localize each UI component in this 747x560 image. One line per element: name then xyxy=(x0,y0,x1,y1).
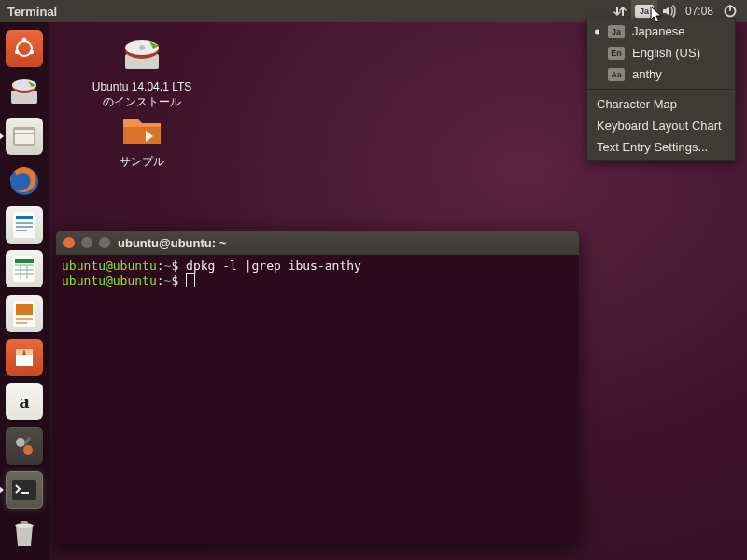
input-method-menu: Ja Japanese En English (US) Aa anthy Cha… xyxy=(586,19,736,161)
launcher-writer[interactable] xyxy=(4,204,45,245)
launcher: a xyxy=(0,22,49,560)
folder-icon xyxy=(120,106,164,151)
launcher-terminal[interactable] xyxy=(4,469,45,510)
svg-point-35 xyxy=(139,45,145,50)
im-extra-label: Character Map xyxy=(597,97,677,111)
terminal-cursor xyxy=(187,274,194,287)
svg-rect-20 xyxy=(16,304,33,315)
prompt-sep: : xyxy=(157,273,164,287)
cd-installer-icon xyxy=(120,32,164,77)
prompt-sign: $ xyxy=(171,259,178,273)
svg-point-26 xyxy=(23,445,33,455)
svg-rect-15 xyxy=(16,226,33,228)
im-badge-icon: Aa xyxy=(608,68,625,81)
clock[interactable]: 07:08 xyxy=(680,5,719,18)
svg-rect-23 xyxy=(16,355,33,366)
window-maximize-button[interactable] xyxy=(99,237,110,248)
im-option-anthy[interactable]: Aa anthy xyxy=(587,63,735,85)
svg-rect-28 xyxy=(12,480,36,500)
window-title: ubuntu@ubuntu: ~ xyxy=(118,236,226,250)
launcher-trash[interactable] xyxy=(4,514,45,554)
window-close-button[interactable] xyxy=(63,237,75,248)
svg-rect-18 xyxy=(15,259,34,263)
prompt-user: ubuntu@ubuntu xyxy=(62,273,157,287)
menu-divider xyxy=(587,89,735,90)
launcher-amazon[interactable]: a xyxy=(4,382,45,422)
svg-rect-22 xyxy=(16,322,27,324)
launcher-firefox[interactable] xyxy=(4,161,45,201)
launcher-calc[interactable] xyxy=(4,249,45,289)
terminal-body[interactable]: ubuntu@ubuntu:~$ dpkg -l |grep ibus-anth… xyxy=(56,255,579,544)
prompt-sep: : xyxy=(157,259,164,273)
desktop-icon-label: Ubuntu 14.04.1 LTS のインストール xyxy=(86,80,198,109)
svg-rect-10 xyxy=(15,134,34,144)
im-option-label: anthy xyxy=(632,67,662,81)
im-option-english[interactable]: En English (US) xyxy=(587,42,735,63)
terminal-window: ubuntu@ubuntu: ~ ubuntu@ubuntu:~$ dpkg -… xyxy=(56,231,579,544)
desktop-icon-install[interactable]: Ubuntu 14.04.1 LTS のインストール xyxy=(86,32,198,109)
launcher-settings[interactable] xyxy=(4,426,45,466)
im-text-entry-settings[interactable]: Text Entry Settings... xyxy=(587,136,735,158)
svg-rect-21 xyxy=(16,318,33,320)
im-badge-icon: Ja xyxy=(608,25,625,38)
panel-app-title: Terminal xyxy=(7,5,57,19)
svg-rect-29 xyxy=(21,492,29,494)
svg-rect-14 xyxy=(16,222,33,224)
prompt-sign: $ xyxy=(171,273,178,287)
im-option-label: Japanese xyxy=(632,24,684,38)
im-extra-label: Text Entry Settings... xyxy=(597,140,708,154)
desktop-icon-samples[interactable]: サンプル xyxy=(86,106,198,170)
prompt-user: ubuntu@ubuntu xyxy=(62,259,157,273)
launcher-impress[interactable] xyxy=(4,293,45,333)
launcher-software-center[interactable] xyxy=(4,337,45,377)
terminal-command: dpkg -l |grep ibus-anthy xyxy=(186,259,361,273)
im-extra-label: Keyboard Layout Chart xyxy=(597,119,722,133)
svg-rect-16 xyxy=(16,230,27,231)
window-titlebar[interactable]: ubuntu@ubuntu: ~ xyxy=(56,231,579,255)
svg-rect-9 xyxy=(15,130,34,133)
launcher-files[interactable] xyxy=(4,117,45,157)
desktop-icon-label: サンプル xyxy=(86,155,198,170)
svg-rect-13 xyxy=(16,216,33,219)
launcher-dash[interactable] xyxy=(4,28,45,68)
im-option-japanese[interactable]: Ja Japanese xyxy=(587,21,735,42)
window-minimize-button[interactable] xyxy=(81,237,92,248)
svg-point-2 xyxy=(22,37,27,42)
im-option-label: English (US) xyxy=(632,46,700,60)
svg-rect-31 xyxy=(21,521,28,524)
im-character-map[interactable]: Character Map xyxy=(587,93,735,115)
amazon-icon: a xyxy=(20,389,30,413)
svg-point-25 xyxy=(16,438,25,447)
svg-point-4 xyxy=(30,49,35,54)
svg-point-3 xyxy=(15,49,20,54)
launcher-installer[interactable] xyxy=(4,72,45,112)
svg-point-1 xyxy=(17,41,32,56)
im-badge-icon: En xyxy=(608,47,625,60)
im-layout-chart[interactable]: Keyboard Layout Chart xyxy=(587,115,735,136)
